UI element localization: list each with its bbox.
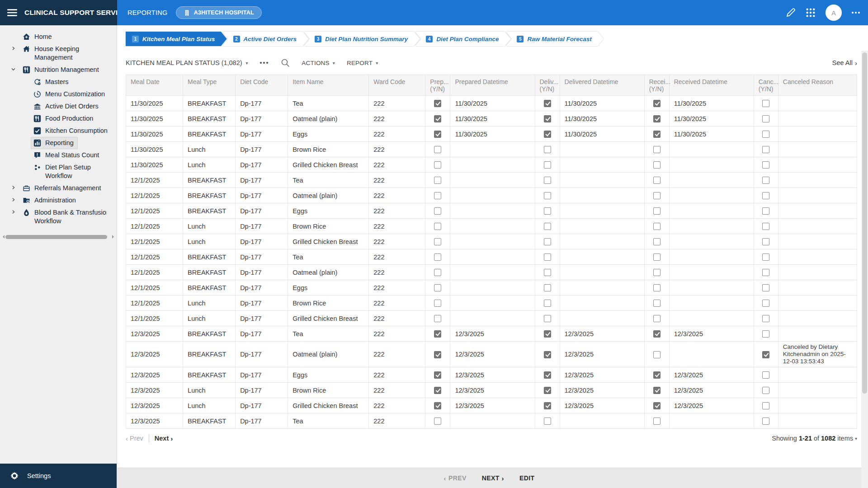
sidebar-item-referrals-management[interactable]: Referrals Management: [0, 182, 117, 194]
checkbox-unchecked[interactable]: [434, 161, 441, 169]
checkbox-unchecked[interactable]: [762, 284, 769, 291]
report-dropdown[interactable]: REPORT ▾: [347, 60, 378, 66]
edit-pencil-icon[interactable]: [786, 8, 796, 18]
checkbox-unchecked[interactable]: [762, 100, 769, 107]
column-header-diet-code[interactable]: Diet Code: [236, 75, 288, 96]
hospital-selector-pill[interactable]: A3HITECH HOSPITAL: [176, 6, 262, 19]
checkbox-unchecked[interactable]: [544, 223, 551, 230]
checkbox-checked[interactable]: [544, 351, 551, 358]
checkbox-unchecked[interactable]: [762, 269, 769, 276]
checkbox-unchecked[interactable]: [762, 115, 769, 122]
checkbox-unchecked[interactable]: [653, 161, 660, 169]
vertical-scrollbar[interactable]: [861, 51, 868, 488]
checkbox-unchecked[interactable]: [762, 330, 769, 338]
checkbox-unchecked[interactable]: [434, 269, 441, 276]
column-header-recei[interactable]: Recei...(Y/N): [644, 75, 669, 96]
checkbox-unchecked[interactable]: [544, 146, 551, 153]
checkbox-unchecked[interactable]: [653, 300, 660, 307]
table-row[interactable]: 11/30/2025LunchDp-177Grilled Chicken Bre…: [126, 157, 857, 173]
scrollbar-thumb[interactable]: [862, 52, 867, 394]
checkbox-checked[interactable]: [434, 330, 441, 338]
checkbox-checked[interactable]: [434, 131, 441, 138]
prev-page-button[interactable]: ‹ Prev: [126, 435, 143, 442]
checkbox-unchecked[interactable]: [762, 177, 769, 184]
checkbox-checked[interactable]: [544, 115, 551, 122]
checkbox-unchecked[interactable]: [544, 192, 551, 199]
checkbox-unchecked[interactable]: [653, 207, 660, 215]
checkbox-unchecked[interactable]: [544, 253, 551, 261]
checkbox-unchecked[interactable]: [434, 284, 441, 291]
checkbox-unchecked[interactable]: [653, 284, 660, 291]
column-header-canc[interactable]: Canc...(Y/N): [754, 75, 778, 96]
scroll-right-arrow-icon[interactable]: [112, 235, 116, 239]
column-header-meal-type[interactable]: Meal Type: [183, 75, 236, 96]
next-page-button[interactable]: Next ›: [155, 435, 173, 442]
checkbox-unchecked[interactable]: [653, 223, 660, 230]
sidebar-item-active-diet-orders[interactable]: Active Diet Orders: [0, 100, 117, 113]
table-row[interactable]: 12/1/2025BREAKFASTDp-177Eggs222: [126, 203, 857, 219]
checkbox-unchecked[interactable]: [762, 418, 769, 425]
checkbox-unchecked[interactable]: [544, 315, 551, 322]
column-header-item-name[interactable]: Item Name: [288, 75, 369, 96]
checkbox-unchecked[interactable]: [653, 192, 660, 199]
checkbox-unchecked[interactable]: [653, 269, 660, 276]
checkbox-checked[interactable]: [653, 115, 660, 122]
checkbox-checked[interactable]: [653, 330, 660, 338]
footer-next-button[interactable]: NEXT ›: [482, 474, 504, 482]
checkbox-unchecked[interactable]: [653, 418, 660, 425]
scroll-left-arrow-icon[interactable]: [1, 235, 5, 239]
more-options-icon[interactable]: [852, 12, 860, 14]
table-row[interactable]: 12/1/2025BREAKFASTDp-177Oatmeal (plain)2…: [126, 188, 857, 203]
tab-active-diet-orders[interactable]: 2Active Diet Orders: [222, 32, 309, 46]
sidebar-item-home[interactable]: Home: [0, 31, 117, 43]
footer-prev-button[interactable]: ‹ PREV: [444, 474, 467, 482]
checkbox-checked[interactable]: [544, 330, 551, 338]
tab-raw-material-forecast[interactable]: 5Raw Material Forecast: [506, 32, 604, 46]
checkbox-unchecked[interactable]: [762, 300, 769, 307]
table-row[interactable]: 12/3/2025BREAKFASTDp-177Oatmeal (plain)2…: [126, 342, 857, 367]
table-row[interactable]: 12/3/2025LunchDp-177Grilled Chicken Brea…: [126, 398, 857, 413]
table-row[interactable]: 12/1/2025BREAKFASTDp-177Tea222: [126, 173, 857, 188]
footer-edit-button[interactable]: EDIT: [519, 474, 535, 482]
sidebar-item-blood-bank-transfusion-services[interactable]: Blood Bank & Transfusion ServicesWorkflo…: [0, 206, 117, 227]
checkbox-checked[interactable]: [653, 387, 660, 394]
actions-dropdown[interactable]: ACTIONS ▾: [302, 60, 335, 66]
checkbox-unchecked[interactable]: [653, 146, 660, 153]
checkbox-checked[interactable]: [434, 402, 441, 409]
checkbox-unchecked[interactable]: [653, 315, 660, 322]
table-row[interactable]: 11/30/2025BREAKFASTDp-177Oatmeal (plain)…: [126, 111, 857, 127]
column-header-prep[interactable]: Prep...(Y/N): [425, 75, 450, 96]
checkbox-checked[interactable]: [653, 402, 660, 409]
avatar[interactable]: A: [826, 5, 842, 21]
checkbox-unchecked[interactable]: [544, 269, 551, 276]
checkbox-unchecked[interactable]: [762, 146, 769, 153]
tab-diet-plan-nutrition-summary[interactable]: 3Diet Plan Nutrition Summary: [304, 32, 420, 46]
checkbox-checked[interactable]: [762, 351, 769, 358]
checkbox-unchecked[interactable]: [762, 402, 769, 409]
checkbox-unchecked[interactable]: [434, 146, 441, 153]
checkbox-unchecked[interactable]: [434, 253, 441, 261]
checkbox-unchecked[interactable]: [434, 223, 441, 230]
sidebar-item-kitchen-consumption[interactable]: Kitchen Consumption: [0, 125, 117, 137]
checkbox-checked[interactable]: [544, 387, 551, 394]
checkbox-checked[interactable]: [544, 371, 551, 379]
checkbox-checked[interactable]: [544, 402, 551, 409]
tab-diet-plan-compliance[interactable]: 4Diet Plan Compliance: [415, 32, 510, 46]
table-row[interactable]: 11/30/2025LunchDp-177Brown Rice222: [126, 142, 857, 157]
table-row[interactable]: 12/1/2025LunchDp-177Grilled Chicken Brea…: [126, 311, 857, 326]
table-row[interactable]: 12/3/2025LunchDp-177Brown Rice22212/3/20…: [126, 383, 857, 398]
items-shown-dropdown[interactable]: Showing 1-21 of 1082 items ▾: [772, 435, 857, 442]
table-row[interactable]: 12/1/2025BREAKFASTDp-177Eggs222: [126, 280, 857, 296]
checkbox-unchecked[interactable]: [653, 177, 660, 184]
sidebar-item-administration[interactable]: Administration: [0, 194, 117, 206]
sidebar-horizontal-scrollbar[interactable]: [0, 234, 117, 240]
table-row[interactable]: 12/1/2025LunchDp-177Grilled Chicken Brea…: [126, 234, 857, 249]
checkbox-unchecked[interactable]: [762, 387, 769, 394]
checkbox-checked[interactable]: [434, 115, 441, 122]
sidebar-item-house-keeping-management[interactable]: House Keeping Management: [0, 43, 117, 64]
sidebar-item-food-production[interactable]: Food Production: [0, 113, 117, 125]
checkbox-unchecked[interactable]: [544, 177, 551, 184]
checkbox-unchecked[interactable]: [653, 238, 660, 245]
checkbox-unchecked[interactable]: [434, 315, 441, 322]
settings-button[interactable]: Settings: [0, 464, 117, 488]
